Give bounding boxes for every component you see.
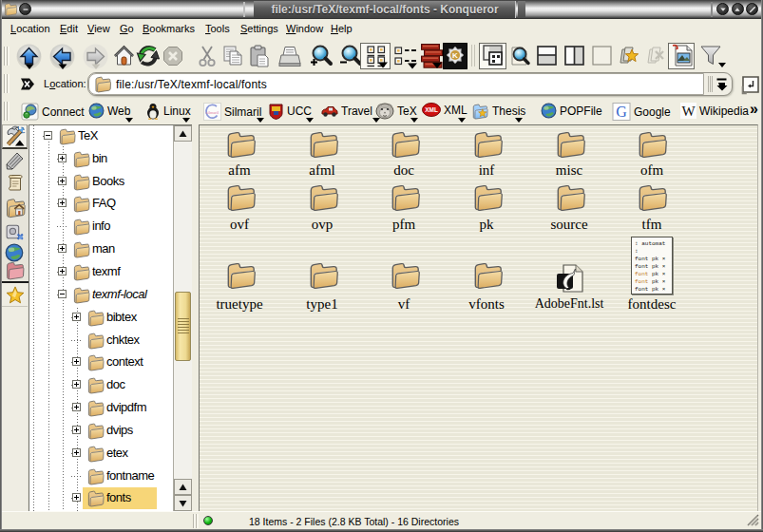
svg-text:XML: XML [425,106,438,113]
svg-text:K: K [452,51,458,60]
svg-text:silmaril: silmaril [206,110,219,115]
svg-text:G: G [616,104,627,120]
svg-text:W: W [681,104,696,119]
